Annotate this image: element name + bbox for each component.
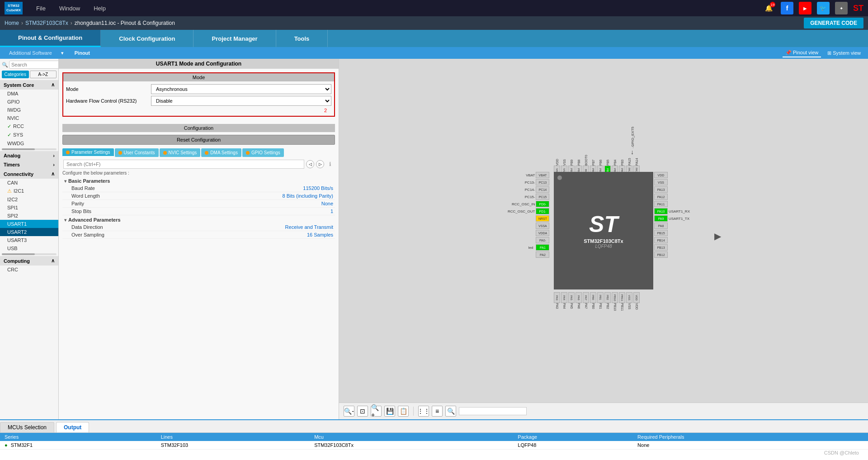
facebook-icon[interactable]: f — [781, 2, 793, 14]
pin-right-pa12[interactable]: PA12 — [654, 194, 690, 200]
pin-bot-pb1[interactable]: PB1 PB1 — [597, 292, 604, 317]
sidebar-item-sys[interactable]: ✓SYS — [0, 131, 58, 139]
sidebar-section-header-computing[interactable]: Computing ∧ — [0, 256, 58, 266]
config-tab-user-constants[interactable]: User Constants — [115, 148, 159, 157]
pin-bot-pa5[interactable]: PA5 PA5 — [568, 292, 575, 317]
pin-right-pb14[interactable]: PB14 — [654, 237, 690, 243]
generate-code-button[interactable]: GENERATE CODE — [804, 18, 863, 28]
tab-project[interactable]: Project Manager — [193, 30, 276, 47]
pin-bot-pb10[interactable]: PB10 PB10 — [612, 292, 618, 317]
youtube-icon[interactable]: ▶ — [799, 2, 811, 14]
tab-clock[interactable]: Clock Configuration — [101, 30, 193, 47]
sub-tab-additional[interactable]: Additional Software — [9, 50, 52, 56]
search-input[interactable] — [9, 61, 59, 69]
menu-file[interactable]: File — [36, 5, 46, 12]
zoom-fit-button[interactable]: ⊡ — [357, 406, 368, 417]
pin-right-pb13[interactable]: PB13 — [654, 244, 690, 251]
pin-left-pc14[interactable]: PC14- PC14 — [525, 186, 550, 193]
sidebar-item-crc[interactable]: CRC — [0, 266, 58, 274]
right-drag-arrow[interactable]: ▶ — [714, 231, 721, 242]
sidebar-item-usart1[interactable]: USART1 — [0, 220, 58, 228]
sidebar-section-header-system-core[interactable]: System Core ∧ — [0, 80, 58, 90]
tab-pinout[interactable]: Pinout & Configuration — [0, 30, 101, 47]
pin-bot-pa6[interactable]: PA6 PA6 — [576, 292, 582, 317]
config-tab-nvic[interactable]: NVIC Settings — [160, 148, 201, 157]
zoom-out-button[interactable]: 🔍- — [344, 406, 354, 417]
sub-tab-pinout[interactable]: Pinout — [75, 50, 90, 56]
bottom-tab-output[interactable]: Output — [56, 422, 89, 432]
pin-right-vdd[interactable]: VDD — [654, 172, 690, 178]
info-icon[interactable]: ℹ — [326, 160, 334, 168]
sidebar-tab-categories[interactable]: Categories — [2, 71, 29, 78]
zoom-search-field[interactable] — [459, 407, 527, 415]
sidebar-item-iwdg[interactable]: IWDG — [0, 106, 58, 114]
sidebar-item-usart2[interactable]: USART2 — [0, 228, 58, 236]
config-tab-gpio[interactable]: GPIO Settings — [242, 148, 284, 157]
pin-right-pa11[interactable]: PA11 — [654, 201, 690, 207]
pin-left-rcc-osc-in[interactable]: RCC_OSC_IN PD0- — [512, 201, 550, 207]
sidebar-item-usb[interactable]: USB — [0, 244, 58, 252]
sidebar-item-usart3[interactable]: USART3 — [0, 236, 58, 244]
pin-right-pb12[interactable]: PB12 — [654, 251, 690, 258]
reset-configuration-button[interactable]: Reset Configuration — [62, 135, 335, 145]
sidebar-item-rcc[interactable]: ✓RCC — [0, 122, 58, 131]
sidebar-item-dma[interactable]: DMA — [0, 90, 58, 98]
sidebar-item-i2c1[interactable]: ⚠I2C1 — [0, 187, 58, 195]
parameter-search-input[interactable] — [63, 160, 304, 169]
pin-left-pa2[interactable]: PA2 — [535, 251, 549, 258]
pin-bot-pb2[interactable]: PB2 PB2 — [604, 292, 611, 317]
pin-bot-pa4[interactable]: PA4 PA4 — [561, 292, 567, 317]
pin-right-pa9[interactable]: PA9 USART1_TX — [654, 215, 690, 222]
zoom-grid-button[interactable]: ⋮⋮ — [418, 406, 429, 417]
star-icon[interactable]: ✦ — [835, 2, 848, 14]
pin-bot-pb0[interactable]: PB0 PB0 — [590, 292, 596, 317]
system-view-button[interactable]: ⊞ System view — [825, 49, 863, 57]
config-tab-parameter[interactable]: Parameter Settings — [62, 148, 114, 157]
breadcrumb-device[interactable]: STM32F103C8Tx — [25, 20, 68, 26]
hw-flow-select[interactable]: Disable CTS Only RTS Only — [151, 96, 331, 106]
sidebar-section-header-timers[interactable]: Timers › — [0, 160, 58, 169]
advanced-params-header[interactable]: ▾ Advanced Parameters — [62, 216, 335, 223]
sidebar-item-gpio[interactable]: GPIO — [0, 98, 58, 106]
pin-left-pc15[interactable]: PC15- PC15 — [525, 194, 550, 200]
pin-right-pb15[interactable]: PB15 — [654, 230, 690, 236]
sidebar-item-nvic[interactable]: NVIC — [0, 114, 58, 122]
sidebar-section-header-connectivity[interactable]: Connectivity ∧ — [0, 169, 58, 179]
sidebar-section-header-analog[interactable]: Analog › — [0, 151, 58, 160]
bottom-tab-mcus[interactable]: MCUs Selection — [0, 422, 54, 432]
twitter-icon[interactable]: 🐦 — [817, 2, 830, 14]
pin-bot-pa3[interactable]: PA3 PA3 — [554, 292, 560, 317]
sidebar-item-i2c2[interactable]: I2C2 — [0, 195, 58, 204]
zoom-layout-button[interactable]: ≡ — [432, 406, 443, 417]
sidebar-item-spi1[interactable]: SPI1 — [0, 204, 58, 212]
zoom-copy-button[interactable]: 📋 — [398, 406, 409, 417]
pin-right-pa13[interactable]: PA13 — [654, 186, 690, 193]
mode-select[interactable]: Asynchronous Disable Synchronous — [151, 84, 331, 94]
pin-bot-pb11[interactable]: PB11 PB11 — [619, 292, 625, 317]
zoom-save-button[interactable]: 💾 — [384, 406, 395, 417]
zoom-search-button[interactable]: 🔍 — [445, 406, 456, 417]
menu-window[interactable]: Window — [59, 5, 80, 12]
search-next-button[interactable]: ▷ — [316, 160, 324, 168]
pin-left-vssa[interactable]: VSSA — [535, 223, 549, 229]
table-row[interactable]: ● STM32F1 STM32F103 STM32F103C8Tx LQFP48… — [0, 441, 868, 450]
breadcrumb-home[interactable]: Home — [5, 20, 19, 26]
search-prev-button[interactable]: ◁ — [306, 160, 314, 168]
pin-right-pa8[interactable]: PA8 — [654, 223, 690, 229]
pin-left-nrst[interactable]: NRST — [535, 215, 549, 222]
notification-icon[interactable]: 🔔 19 — [763, 2, 775, 14]
pin-left-pc13[interactable]: PC13- PC13 — [525, 179, 550, 185]
menu-help[interactable]: Help — [94, 5, 106, 12]
pin-left-vbat[interactable]: VBAT VBAT — [526, 172, 549, 178]
pin-left-rcc-osc-out[interactable]: RCC_OSC_OUT PD1- — [508, 208, 549, 214]
sidebar-tab-az[interactable]: A->Z — [30, 71, 57, 78]
pin-right-vss[interactable]: VSS — [654, 179, 690, 185]
tab-tools[interactable]: Tools — [276, 30, 328, 47]
pin-bot-pa7[interactable]: PA7 PA7 — [583, 292, 589, 317]
config-tab-dma[interactable]: DMA Settings — [201, 148, 241, 157]
pin-left-pa1[interactable]: led PA1 — [518, 244, 549, 251]
pin-left-vdda[interactable]: VDDA — [535, 230, 549, 236]
pin-right-pa10[interactable]: PA10 USART1_RX — [654, 208, 690, 214]
basic-params-header[interactable]: ▾ Basic Parameters — [62, 177, 335, 185]
zoom-in-button[interactable]: 🔍+ — [371, 406, 382, 417]
